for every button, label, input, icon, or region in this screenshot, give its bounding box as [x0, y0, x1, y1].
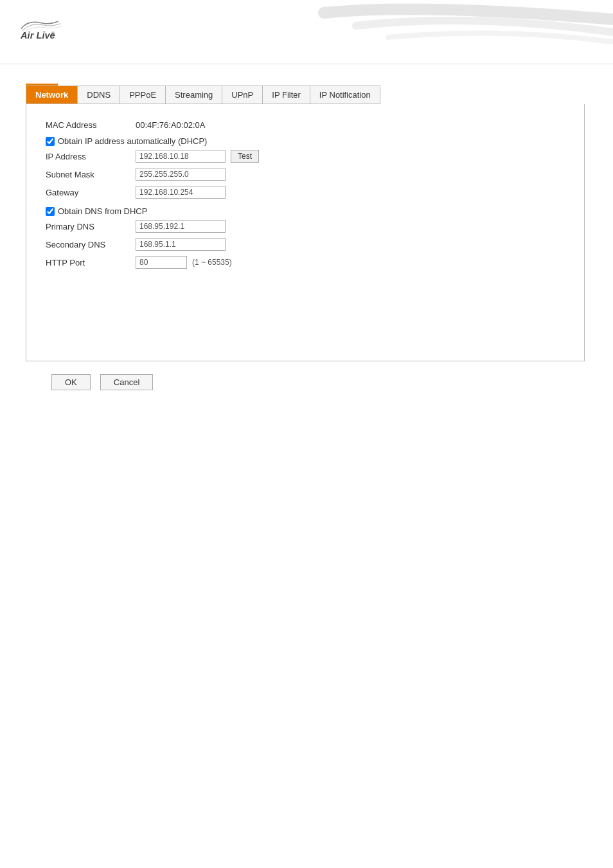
mac-address-label: MAC Address [46, 120, 136, 130]
tab-ip-filter[interactable]: IP Filter [263, 86, 310, 104]
tab-network[interactable]: Network [26, 86, 78, 104]
mac-address-value: 00:4F:76:A0:02:0A [136, 120, 205, 130]
gateway-input[interactable] [136, 186, 226, 199]
cancel-button[interactable]: Cancel [100, 374, 153, 390]
obtain-dns-label: Obtain DNS from DHCP [58, 206, 147, 216]
ok-button[interactable]: OK [51, 374, 91, 390]
tab-pppoe[interactable]: PPPoE [120, 86, 166, 104]
ip-address-input[interactable] [136, 150, 226, 163]
ip-address-label: IP Address [46, 152, 136, 161]
mac-address-row: MAC Address 00:4F:76:A0:02:0A [46, 120, 565, 130]
primary-dns-row: Primary DNS [46, 220, 565, 233]
network-settings-panel: MAC Address 00:4F:76:A0:02:0A Obtain IP … [26, 104, 585, 361]
airlive-logo: Air Live ® [19, 12, 71, 47]
tab-upnp[interactable]: UPnP [222, 86, 263, 104]
obtain-ip-checkbox[interactable] [46, 137, 55, 146]
tab-ddns[interactable]: DDNS [78, 86, 120, 104]
obtain-dns-checkbox[interactable] [46, 207, 55, 216]
secondary-dns-input[interactable] [136, 238, 226, 251]
secondary-dns-row: Secondary DNS [46, 238, 565, 251]
http-port-label: HTTP Port [46, 258, 136, 267]
tab-streaming[interactable]: Streaming [166, 86, 222, 104]
subnet-mask-input[interactable] [136, 168, 226, 181]
http-port-input[interactable] [136, 256, 187, 269]
svg-text:®: ® [51, 32, 55, 36]
button-row: OK Cancel [26, 374, 587, 390]
gateway-row: Gateway [46, 186, 565, 199]
obtain-dns-row: Obtain DNS from DHCP [46, 206, 565, 216]
tab-ip-notification[interactable]: IP Notification [310, 86, 380, 104]
subnet-mask-label: Subnet Mask [46, 170, 136, 179]
subnet-mask-row: Subnet Mask [46, 168, 565, 181]
obtain-ip-label: Obtain IP address automatically (DHCP) [58, 136, 207, 146]
ip-address-row: IP Address Test [46, 150, 565, 163]
header-decoration [227, 0, 613, 64]
tab-bar: Network DDNS PPPoE Streaming UPnP IP Fil… [26, 86, 380, 104]
main-content: Network DDNS PPPoE Streaming UPnP IP Fil… [0, 64, 613, 410]
test-button[interactable]: Test [231, 150, 259, 163]
primary-dns-input[interactable] [136, 220, 226, 233]
primary-dns-label: Primary DNS [46, 222, 136, 231]
http-port-hint: (1 ~ 65535) [192, 258, 232, 267]
page-header: Air Live ® [0, 0, 613, 64]
gateway-label: Gateway [46, 188, 136, 197]
http-port-row: HTTP Port (1 ~ 65535) [46, 256, 565, 269]
obtain-ip-row: Obtain IP address automatically (DHCP) [46, 136, 565, 146]
svg-text:Air Live: Air Live [20, 30, 55, 41]
secondary-dns-label: Secondary DNS [46, 240, 136, 249]
